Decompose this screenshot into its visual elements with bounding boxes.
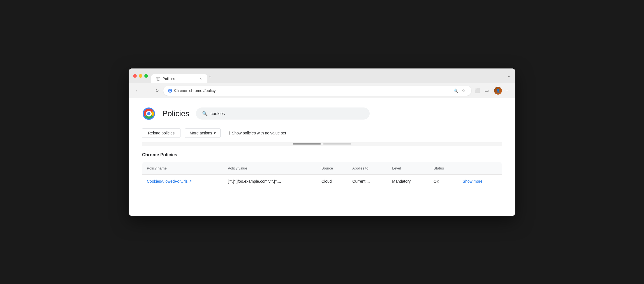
page-title: Policies <box>162 109 189 118</box>
policy-name-cell: CookiesAllowedForUrls ↗ <box>142 174 223 188</box>
more-actions-button[interactable]: More actions ▾ <box>185 128 221 138</box>
svg-point-10 <box>147 112 150 115</box>
extensions-button[interactable]: ⬜ <box>474 87 481 95</box>
chrome-policies-heading: Chrome Policies <box>142 152 502 157</box>
reload-policies-button[interactable]: Reload policies <box>142 128 180 138</box>
address-bar[interactable]: Chrome 🔍 ☆ <box>163 86 471 96</box>
col-header-policy-name: Policy name <box>142 162 223 174</box>
policy-action-cell: Show more <box>458 174 502 188</box>
forward-button[interactable]: → <box>143 87 151 95</box>
tabs-area: Policies × + <box>151 72 504 83</box>
col-header-action <box>458 162 502 174</box>
external-link-icon: ↗ <box>189 179 192 183</box>
search-page-button[interactable]: 🔍 <box>452 87 459 94</box>
close-button[interactable] <box>133 74 137 78</box>
site-name: Chrome <box>174 88 187 93</box>
minimize-button[interactable] <box>139 74 142 78</box>
policy-status-cell: OK <box>429 174 458 188</box>
cookies-allowed-for-urls-link[interactable]: CookiesAllowedForUrls ↗ <box>147 179 219 184</box>
svg-point-5 <box>170 90 171 91</box>
show-no-value-label: Show policies with no value set <box>232 131 286 135</box>
scroll-pill-1 <box>293 143 321 145</box>
chrome-logo <box>142 107 156 120</box>
chevron-down-icon: ▾ <box>214 131 216 135</box>
address-actions: 🔍 ☆ <box>452 87 467 94</box>
col-header-applies-to: Applies to <box>348 162 388 174</box>
show-no-value-checkbox-label[interactable]: Show policies with no value set <box>225 131 286 135</box>
policy-name-text: CookiesAllowedForUrls <box>147 179 188 184</box>
reload-button[interactable]: ↻ <box>153 87 161 95</box>
traffic-lights <box>133 74 148 81</box>
table-header-row: Policy name Policy value Source Applies … <box>142 162 502 174</box>
bookmark-button[interactable]: ☆ <box>460 87 467 94</box>
show-no-value-checkbox[interactable] <box>225 131 230 135</box>
col-header-source: Source <box>317 162 348 174</box>
sidebar-button[interactable]: ▭ <box>483 87 490 95</box>
tab-title: Policies <box>163 77 196 81</box>
scroll-hint <box>142 142 502 146</box>
site-info: Chrome <box>168 88 187 93</box>
search-icon: 🔍 <box>202 111 208 116</box>
active-tab[interactable]: Policies × <box>151 74 207 83</box>
policy-level-cell: Mandatory <box>388 174 429 188</box>
policy-value-cell: ["*,[*.]foo.example.com","*,[*.... <box>223 174 317 188</box>
chrome-site-icon <box>168 88 172 93</box>
window-collapse-button[interactable]: ⌄ <box>508 74 511 81</box>
policy-applies-to-cell: Current ... <box>348 174 388 188</box>
search-input[interactable] <box>210 111 363 116</box>
back-button[interactable]: ← <box>133 87 141 95</box>
col-header-level: Level <box>388 162 429 174</box>
col-header-policy-value: Policy value <box>223 162 317 174</box>
scroll-pill-2 <box>323 143 351 145</box>
policy-table: Policy name Policy value Source Applies … <box>142 162 502 188</box>
tab-favicon <box>156 77 160 81</box>
page-content: Policies 🔍 Reload policies More actions … <box>129 98 515 216</box>
policy-source-cell: Cloud <box>317 174 348 188</box>
maximize-button[interactable] <box>144 74 148 78</box>
chrome-menu-button[interactable]: ⋮ <box>503 87 511 95</box>
browser-window: Policies × + ⌄ ← → ↻ Chrome 🔍 ☆ <box>129 68 515 216</box>
tab-close-button[interactable]: × <box>198 77 203 81</box>
page-header: Policies 🔍 <box>142 107 502 120</box>
actions-row: Reload policies More actions ▾ Show poli… <box>142 128 502 138</box>
nav-toolbar: ⬜ ▭ 👤 ⋮ <box>474 87 511 95</box>
profile-avatar[interactable]: 👤 <box>494 87 502 95</box>
more-actions-label: More actions <box>190 131 212 135</box>
col-header-status: Status <box>429 162 458 174</box>
url-input[interactable] <box>189 88 450 93</box>
search-bar[interactable]: 🔍 <box>196 107 370 120</box>
show-more-link[interactable]: Show more <box>463 179 483 184</box>
avatar-image: 👤 <box>494 87 502 95</box>
nav-bar: ← → ↻ Chrome 🔍 ☆ ⬜ ▭ 👤 <box>129 83 515 98</box>
new-tab-button[interactable]: + <box>207 72 215 83</box>
title-bar: Policies × + ⌄ <box>129 68 515 83</box>
table-row: CookiesAllowedForUrls ↗ ["*,[*.]foo.exam… <box>142 174 502 188</box>
toolbar-divider <box>492 88 492 93</box>
